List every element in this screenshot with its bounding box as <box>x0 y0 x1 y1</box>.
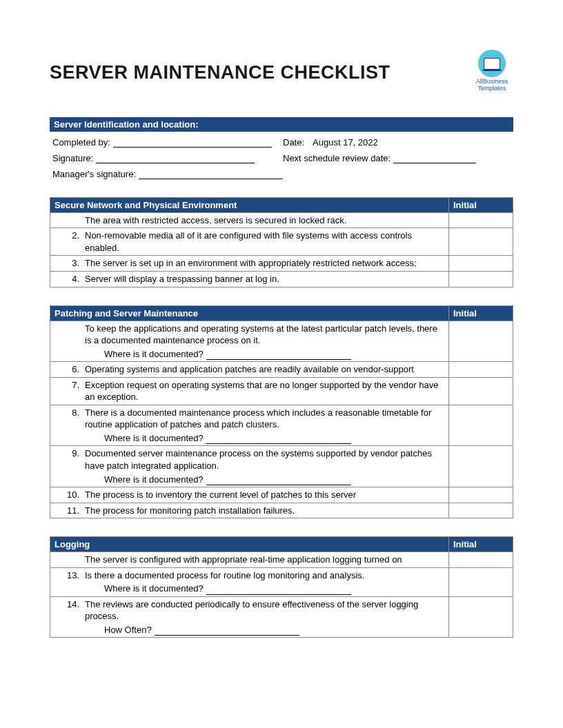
sub-question: Where is it documented? <box>104 583 204 595</box>
sub-answer-field[interactable] <box>155 625 299 636</box>
section-header: Patching and Server Maintenance <box>50 305 449 321</box>
sub-question: How Often? <box>104 624 152 636</box>
initial-header: Initial <box>449 537 513 552</box>
initial-header: Initial <box>449 305 513 321</box>
item-text: There is a documented maintenance proces… <box>82 405 449 446</box>
initial-cell[interactable] <box>449 212 513 228</box>
item-number: 9. <box>50 446 83 487</box>
sub-answer-field[interactable] <box>206 585 351 595</box>
checklist-table: Patching and Server MaintenanceInitialTo… <box>50 305 513 519</box>
signature-field[interactable] <box>96 153 255 163</box>
initial-cell[interactable] <box>449 362 513 378</box>
signature-label: Signature: <box>52 153 93 163</box>
table-row: 9.Documented server maintenance process … <box>50 446 513 487</box>
item-number: 3. <box>50 256 83 272</box>
item-text: The server is configured with appropriat… <box>82 552 449 568</box>
date-value: August 17, 2022 <box>313 137 378 148</box>
item-text: Non-removable media all of it are config… <box>82 228 449 256</box>
next-review-label: Next schedule review date: <box>283 153 391 163</box>
initial-cell[interactable] <box>449 377 513 405</box>
next-review-field[interactable] <box>393 153 476 163</box>
initial-cell[interactable] <box>449 228 513 256</box>
sub-answer-field[interactable] <box>206 475 351 485</box>
manager-sig-label: Manager's signature: <box>52 169 136 179</box>
sub-answer-field[interactable] <box>206 434 351 444</box>
section-header: Secure Network and Physical Environment <box>50 197 449 212</box>
item-number: 13. <box>50 567 83 596</box>
table-row: 8.There is a documented maintenance proc… <box>50 405 513 446</box>
table-row: 2.Non-removable media all of it are conf… <box>50 228 513 256</box>
logo-text-2: Templates <box>471 85 513 92</box>
initial-cell[interactable] <box>449 405 513 446</box>
item-number <box>50 321 83 362</box>
item-text: Exception request on operating systems t… <box>82 377 449 405</box>
initial-cell[interactable] <box>449 552 513 568</box>
item-number <box>50 552 83 568</box>
initial-cell[interactable] <box>449 446 513 487</box>
table-row: 7.Exception request on operating systems… <box>50 377 513 405</box>
item-text: The server is set up in an environment w… <box>82 256 449 272</box>
item-text: To keep the applications and operating s… <box>82 321 449 362</box>
laptop-icon <box>478 50 506 77</box>
brand-logo: AllBusiness Templates <box>471 50 513 92</box>
sub-question: Where is it documented? <box>104 432 204 445</box>
table-row: 4.Server will display a trespassing bann… <box>50 271 513 287</box>
item-number: 11. <box>50 503 83 518</box>
item-number: 8. <box>50 405 83 446</box>
item-text: Server will display a trespassing banner… <box>82 271 449 287</box>
initial-cell[interactable] <box>449 256 513 272</box>
completed-by-field[interactable] <box>113 137 272 148</box>
item-text: Documented server maintenance process on… <box>82 446 449 487</box>
section-header: Logging <box>50 537 449 552</box>
item-text: The area with restricted access, servers… <box>82 212 449 228</box>
item-number: 7. <box>50 377 83 405</box>
sub-question: Where is it documented? <box>104 474 204 486</box>
completed-by-label: Completed by: <box>52 137 110 148</box>
item-number <box>50 212 83 228</box>
page-title: SERVER MAINTENANCE CHECKLIST <box>50 62 391 83</box>
initial-cell[interactable] <box>449 487 513 503</box>
date-label: Date: <box>283 137 304 148</box>
item-text: Is there a documented process for routin… <box>82 567 449 596</box>
item-number: 6. <box>50 362 83 378</box>
sub-answer-field[interactable] <box>206 350 351 360</box>
item-text: The process is to inventory the current … <box>82 487 449 503</box>
table-row: 14.The reviews are conducted periodicall… <box>50 596 513 638</box>
initial-cell[interactable] <box>449 596 513 638</box>
table-row: The server is configured with appropriat… <box>50 552 513 568</box>
item-number: 14. <box>50 596 83 638</box>
initial-header: Initial <box>449 197 513 212</box>
table-row: 13.Is there a documented process for rou… <box>50 567 513 596</box>
manager-sig-field[interactable] <box>139 169 283 179</box>
item-text: Operating systems and application patche… <box>82 362 449 378</box>
initial-cell[interactable] <box>449 567 513 596</box>
identification-block: Server Identification and location: Comp… <box>50 117 513 179</box>
table-row: 11.The process for monitoring patch inst… <box>50 503 513 518</box>
table-row: 6.Operating systems and application patc… <box>50 362 513 378</box>
checklist-table: Secure Network and Physical EnvironmentI… <box>50 197 513 287</box>
table-row: 10.The process is to inventory the curre… <box>50 487 513 503</box>
ident-section-title: Server Identification and location: <box>50 117 513 132</box>
item-text: The reviews are conducted periodically t… <box>82 596 449 638</box>
item-number: 2. <box>50 228 83 256</box>
table-row: To keep the applications and operating s… <box>50 321 513 362</box>
item-number: 4. <box>50 271 83 287</box>
initial-cell[interactable] <box>449 271 513 287</box>
table-row: 3.The server is set up in an environment… <box>50 256 513 272</box>
table-row: The area with restricted access, servers… <box>50 212 513 228</box>
sub-question: Where is it documented? <box>104 348 204 361</box>
item-text: The process for monitoring patch install… <box>82 503 449 518</box>
item-number: 10. <box>50 487 83 503</box>
initial-cell[interactable] <box>449 503 513 518</box>
initial-cell[interactable] <box>449 321 513 362</box>
checklist-table: LoggingInitialThe server is configured w… <box>50 536 513 638</box>
